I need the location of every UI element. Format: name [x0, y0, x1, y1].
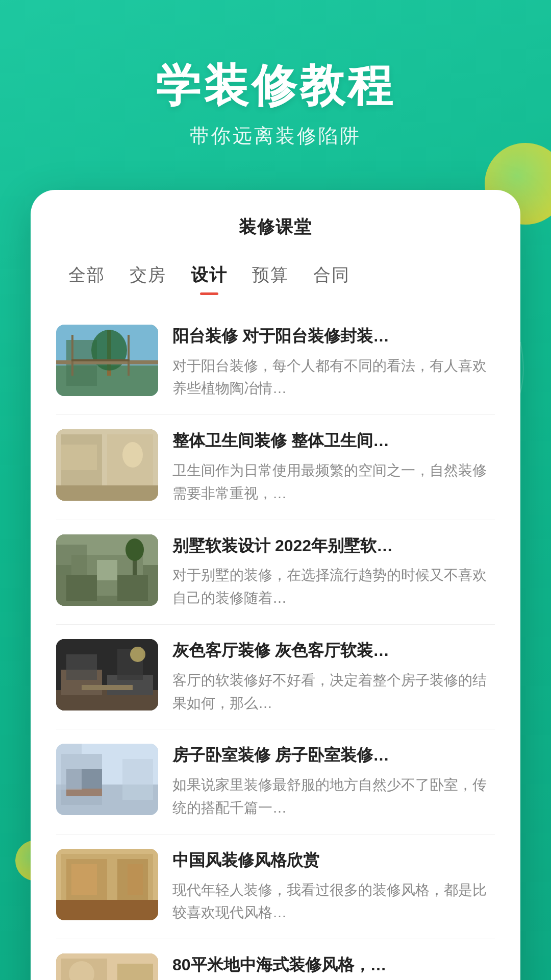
article-content-3: 别墅软装设计 2022年别墅软… 对于别墅的装修，在选择流行趋势的时候又不喜欢自… — [172, 534, 495, 610]
article-desc-3: 对于别墅的装修，在选择流行趋势的时候又不喜欢自己的装修随着… — [172, 564, 495, 610]
list-item[interactable]: 阳台装修 对于阳台装修封装… 对于阳台装修，每个人都有不同的看法，有人喜欢养些植… — [56, 310, 495, 415]
svg-rect-49 — [128, 864, 143, 895]
article-content-7: 80平米地中海式装修风格，… — [172, 953, 495, 980]
article-desc-1: 对于阳台装修，每个人都有不同的看法，有人喜欢养些植物陶冶情… — [172, 355, 495, 401]
list-item[interactable]: 灰色客厅装修 灰色客厅软装… 客厅的软装修好不好看，决定着整个房子装修的结果如何… — [56, 625, 495, 729]
article-thumb-4 — [56, 639, 158, 710]
header-section: 学装修教程 带你远离装修陷阱 — [0, 0, 551, 190]
svg-rect-8 — [71, 359, 130, 361]
article-thumb-3 — [56, 534, 158, 606]
svg-rect-20 — [117, 575, 148, 601]
article-title-6: 中国风装修风格欣赏 — [172, 849, 495, 872]
svg-rect-6 — [71, 335, 73, 376]
card-header-title: 装修课堂 — [31, 215, 520, 239]
list-item[interactable]: 整体卫生间装修 整体卫生间… 卫生间作为日常使用最频繁的空间之一，自然装修需要非… — [56, 415, 495, 520]
svg-point-32 — [130, 647, 145, 662]
svg-rect-47 — [56, 900, 158, 920]
svg-rect-38 — [122, 759, 153, 800]
tab-contract[interactable]: 合同 — [301, 257, 362, 295]
article-list: 阳台装修 对于阳台装修封装… 对于阳台装修，每个人都有不同的看法，有人喜欢养些植… — [31, 310, 520, 980]
article-title-1: 阳台装修 对于阳台装修封装… — [172, 325, 495, 348]
article-content-1: 阳台装修 对于阳台装修封装… 对于阳台装修，每个人都有不同的看法，有人喜欢养些植… — [172, 325, 495, 400]
article-desc-6: 现代年轻人装修，我看过很多的装修风格，都是比较喜欢现代风格… — [172, 879, 495, 925]
tabs-container: 全部 交房 设计 预算 合同 — [31, 257, 520, 295]
svg-rect-22 — [56, 545, 87, 575]
svg-rect-7 — [128, 335, 130, 376]
article-thumb-6 — [56, 849, 158, 920]
article-content-6: 中国风装修风格欣赏 现代年轻人装修，我看过很多的装修风格，都是比较喜欢现代风格… — [172, 849, 495, 924]
svg-rect-15 — [61, 445, 97, 470]
svg-point-24 — [126, 538, 144, 561]
article-thumb-1 — [56, 325, 158, 396]
tab-all[interactable]: 全部 — [56, 257, 117, 295]
article-desc-2: 卫生间作为日常使用最频繁的空间之一，自然装修需要非常重视，… — [172, 459, 495, 505]
tab-budget[interactable]: 预算 — [240, 257, 301, 295]
list-item[interactable]: 别墅软装设计 2022年别墅软… 对于别墅的装修，在选择流行趋势的时候又不喜欢自… — [56, 520, 495, 625]
article-desc-5: 如果说家里装修最舒服的地方自然少不了卧室，传统的搭配千篇一… — [172, 774, 495, 820]
svg-point-13 — [122, 442, 143, 468]
header-title: 学装修教程 — [0, 61, 551, 111]
article-content-4: 灰色客厅装修 灰色客厅软装… 客厅的软装修好不好看，决定着整个房子装修的结果如何… — [172, 639, 495, 715]
tab-design[interactable]: 设计 — [179, 257, 240, 295]
article-desc-4: 客厅的软装修好不好看，决定着整个房子装修的结果如何，那么… — [172, 669, 495, 715]
svg-rect-19 — [66, 575, 97, 601]
svg-rect-21 — [97, 560, 117, 580]
article-title-2: 整体卫生间装修 整体卫生间… — [172, 429, 495, 452]
svg-rect-40 — [66, 789, 102, 796]
article-content-2: 整体卫生间装修 整体卫生间… 卫生间作为日常使用最频繁的空间之一，自然装修需要非… — [172, 429, 495, 505]
article-thumb-7 — [56, 953, 158, 980]
svg-rect-54 — [117, 964, 153, 980]
article-title-3: 别墅软装设计 2022年别墅软… — [172, 534, 495, 557]
list-item[interactable]: 中国风装修风格欣赏 现代年轻人装修，我看过很多的装修风格，都是比较喜欢现代风格… — [56, 835, 495, 939]
svg-rect-33 — [82, 685, 133, 690]
article-title-7: 80平米地中海式装修风格，… — [172, 953, 495, 976]
article-title-5: 房子卧室装修 房子卧室装修… — [172, 744, 495, 767]
article-thumb-2 — [56, 429, 158, 501]
tab-handover[interactable]: 交房 — [117, 257, 179, 295]
svg-rect-14 — [56, 485, 158, 501]
phone-card: 装修课堂 全部 交房 设计 预算 合同 — [31, 190, 520, 980]
list-item[interactable]: 80平米地中海式装修风格，… — [56, 939, 495, 980]
header-subtitle: 带你远离装修陷阱 — [0, 123, 551, 149]
article-content-5: 房子卧室装修 房子卧室装修… 如果说家里装修最舒服的地方自然少不了卧室，传统的搭… — [172, 744, 495, 819]
svg-rect-48 — [71, 864, 97, 895]
svg-rect-30 — [66, 654, 97, 680]
article-thumb-5 — [56, 744, 158, 815]
list-item[interactable]: 房子卧室装修 房子卧室装修… 如果说家里装修最舒服的地方自然少不了卧室，传统的搭… — [56, 729, 495, 834]
article-title-4: 灰色客厅装修 灰色客厅软装… — [172, 639, 495, 662]
svg-rect-41 — [56, 744, 82, 790]
